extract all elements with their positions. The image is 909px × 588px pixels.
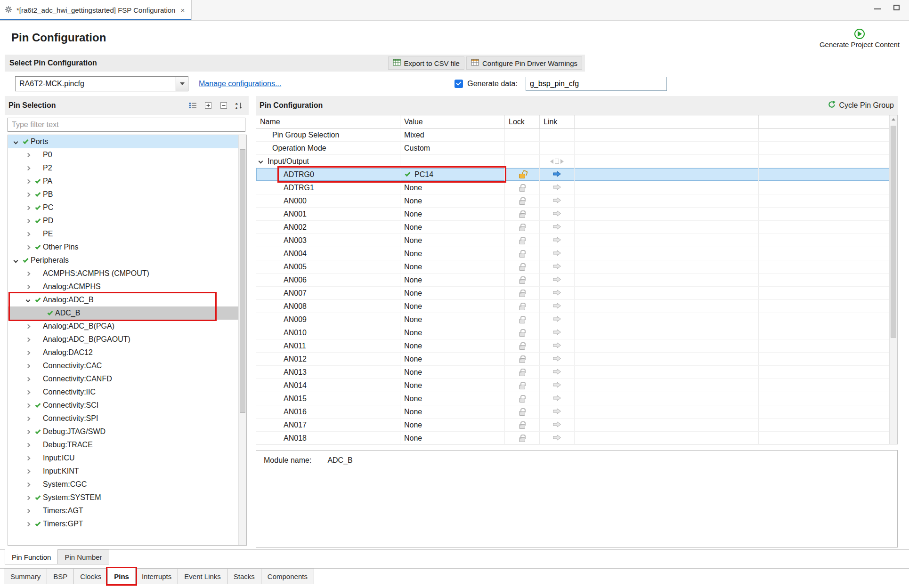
lock-icon[interactable] (519, 424, 525, 429)
expand-all-icon[interactable] (203, 100, 214, 111)
chevron-right-icon[interactable] (25, 271, 30, 276)
cell-lock[interactable] (505, 405, 540, 418)
cell-value[interactable]: None (400, 221, 505, 234)
link-arrow-icon[interactable] (552, 276, 561, 284)
cell-lock[interactable] (505, 287, 540, 299)
sort-az-icon[interactable]: a z (234, 100, 245, 111)
expander-slot[interactable] (23, 193, 32, 196)
nav-left-icon[interactable] (550, 159, 553, 164)
expander-slot[interactable] (23, 404, 32, 407)
pin-row-an001[interactable]: AN001None (256, 208, 889, 221)
tree-item-timers-agt[interactable]: Timers:AGT (8, 504, 238, 517)
tree-item-debug-jtag-swd[interactable]: Debug:JTAG/SWD (8, 425, 238, 438)
pin-row-an003[interactable]: AN003None (256, 234, 889, 247)
manage-configurations-link[interactable]: Manage configurations... (199, 80, 281, 88)
tree-item-adc-b[interactable]: ADC_B (8, 306, 238, 320)
link-arrow-active-icon[interactable] (552, 170, 561, 179)
cell-link[interactable] (540, 181, 575, 194)
cell-lock[interactable] (505, 194, 540, 207)
cell-value[interactable]: None (400, 432, 505, 444)
tree-scrollbar[interactable] (238, 135, 246, 545)
cell-lock[interactable] (505, 353, 540, 365)
bottom-tab-components[interactable]: Components (261, 568, 314, 584)
generate-data-input[interactable] (526, 77, 667, 91)
tree-item-analog-adc-b-pga[interactable]: Analog:ADC_B(PGA) (8, 320, 238, 333)
pin-row-adtrg1[interactable]: ADTRG1None (256, 181, 889, 194)
expander-slot[interactable] (23, 325, 32, 328)
chevron-right-icon[interactable] (25, 377, 30, 381)
pin-row-an016[interactable]: AN016None (256, 405, 889, 419)
cell-value[interactable]: None (400, 339, 505, 352)
cell-lock[interactable] (505, 181, 540, 194)
expander-slot[interactable] (11, 259, 20, 262)
bottom-tab-clocks[interactable]: Clocks (73, 568, 108, 584)
chevron-right-icon[interactable] (25, 153, 30, 157)
pin-row-an012[interactable]: AN012None (256, 353, 889, 366)
expander-slot[interactable] (23, 417, 32, 420)
chevron-right-icon[interactable] (25, 166, 30, 170)
expander-slot[interactable] (23, 233, 32, 236)
cell-value[interactable]: None (400, 208, 505, 220)
link-arrow-icon[interactable] (552, 250, 561, 258)
chevron-down-icon[interactable] (25, 298, 30, 302)
chevron-right-icon[interactable] (25, 495, 30, 500)
chevron-right-icon[interactable] (25, 429, 30, 434)
fsp-configuration-tab[interactable]: *[ra6t2_adc_hwi_gettingstarted] FSP Conf… (0, 0, 192, 20)
expander-slot[interactable] (23, 378, 32, 381)
chevron-right-icon[interactable] (25, 218, 30, 223)
lock-icon[interactable] (519, 213, 525, 218)
expander-slot[interactable] (23, 523, 32, 526)
expander-slot[interactable] (23, 470, 32, 473)
cell-link[interactable] (540, 155, 575, 168)
generate-data-checkbox[interactable] (454, 80, 463, 88)
pin-row-an000[interactable]: AN000None (256, 194, 889, 208)
tree-item-p2[interactable]: P2 (8, 161, 238, 175)
expander-slot[interactable] (11, 140, 20, 144)
link-arrow-icon[interactable] (552, 395, 561, 403)
lock-icon[interactable] (519, 385, 525, 389)
cell-value[interactable]: None (400, 419, 505, 431)
cell-value[interactable]: None (400, 392, 505, 405)
lock-icon[interactable] (519, 279, 525, 284)
tree-item-acmphs-acmphs-cmpout[interactable]: ACMPHS:ACMPHS (CMPOUT) (8, 267, 238, 280)
cell-lock[interactable] (505, 221, 540, 234)
generate-project-content-button[interactable]: Generate Project Content (820, 27, 900, 48)
pin-row-an015[interactable]: AN015None (256, 392, 889, 405)
tree-item-analog-adc-b[interactable]: Analog:ADC_B (8, 293, 238, 306)
tree-item-connectivity-spi[interactable]: Connectivity:SPI (8, 412, 238, 425)
pin-row-an017[interactable]: AN017None (256, 419, 889, 432)
tree-item-p0[interactable]: P0 (8, 148, 238, 161)
link-arrow-icon[interactable] (552, 315, 561, 324)
tree-scrollbar-thumb[interactable] (240, 149, 245, 413)
lock-icon[interactable] (519, 240, 525, 244)
cell-link[interactable] (540, 247, 575, 260)
lock-icon[interactable] (519, 345, 525, 350)
lock-icon[interactable] (519, 292, 525, 297)
cell-value[interactable]: None (400, 260, 505, 273)
link-arrow-icon[interactable] (552, 355, 561, 363)
lock-icon[interactable] (519, 358, 525, 363)
tree-item-pc[interactable]: PC (8, 201, 238, 214)
minimize-icon[interactable] (874, 8, 881, 9)
expander-slot[interactable] (23, 351, 32, 354)
cell-link[interactable] (540, 168, 575, 181)
chevron-down-icon[interactable] (259, 159, 263, 164)
pin-row-an008[interactable]: AN008None (256, 300, 889, 313)
cell-link[interactable] (540, 339, 575, 352)
tree-item-pe[interactable]: PE (8, 227, 238, 241)
cell-link[interactable] (540, 366, 575, 379)
cell-link[interactable] (540, 313, 575, 326)
tree-item-analog-dac12[interactable]: Analog:DAC12 (8, 346, 238, 359)
expander-slot[interactable] (23, 483, 32, 486)
chevron-down-icon[interactable] (176, 77, 188, 91)
nav-box-icon[interactable] (555, 159, 559, 164)
cell-link[interactable] (540, 326, 575, 339)
bottom-tab-pins[interactable]: Pins (107, 568, 136, 584)
expander-slot[interactable] (23, 391, 32, 394)
chevron-right-icon[interactable] (25, 284, 30, 289)
tree-item-timers-gpt[interactable]: Timers:GPT (8, 517, 238, 531)
cell-value[interactable]: None (400, 405, 505, 418)
cell-link[interactable] (540, 221, 575, 234)
cell-link[interactable] (540, 208, 575, 220)
cell-lock[interactable] (505, 274, 540, 286)
